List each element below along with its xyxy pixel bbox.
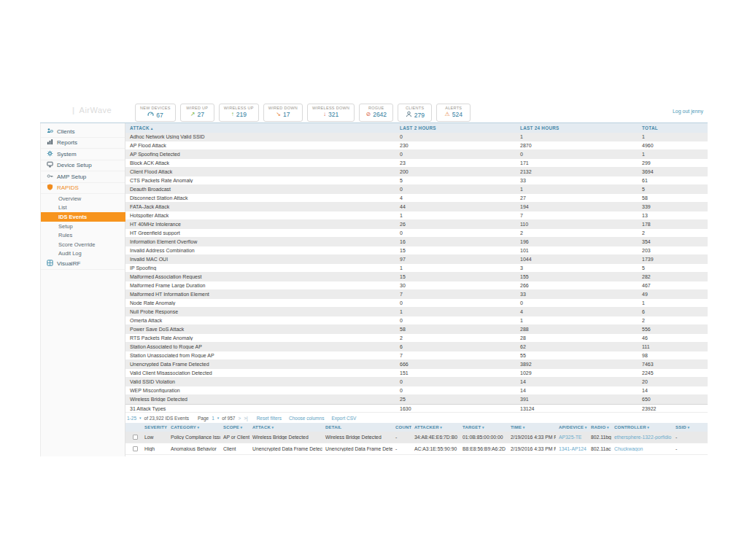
sidebar-item-amp-setup[interactable]: AMP Setup [41,171,125,183]
event-controller[interactable]: ethersphere-1322-porfidio [611,435,673,440]
action-link-reset-filters[interactable]: Reset filters [257,416,282,421]
chevron-down-icon[interactable]: ▾ [584,425,587,429]
attack-count: 5 [638,265,708,271]
chevron-down-icon[interactable]: ▾ [646,425,649,429]
logout-link[interactable]: Log out jenny [673,109,703,114]
attack-count: 16 [395,239,516,244]
attack-count: 2 [638,230,708,236]
amp-setup-icon [47,173,53,181]
sidebar-item-device-setup[interactable]: Device Setup [41,160,125,172]
row-checkbox[interactable] [133,435,138,440]
stat-box-wired-down[interactable]: WIRED DOWN↘17 [263,104,303,122]
action-link-export-csv[interactable]: Export CSV [331,416,356,421]
attack-count: 0 [516,300,638,306]
attack-row: Invalid Address Combination15101203 [125,246,708,255]
attack-count: 2132 [516,169,638,174]
events-col-scope[interactable]: SCOPE ▾ [220,425,249,429]
row-checkbox[interactable] [133,446,138,451]
attack-count: 15 [395,274,516,279]
summary-col-last-2-hours[interactable]: LAST 2 HOURS [395,125,516,131]
attack-count: 666 [395,362,516,367]
summary-table-body: Adhoc Network Using Valid SSID011AP Floo… [125,133,708,413]
events-col-attack[interactable]: ATTACK ▾ [249,425,322,429]
summary-col-total[interactable]: TOTAL [638,125,708,131]
sidebar-subitem-score-override[interactable]: Score Override [41,240,125,249]
attack-row: AP Spoofing Detected001 [125,150,708,159]
attack-row: Wireless Bridge Detected25391650 [125,395,708,404]
last-page-button[interactable]: >| [244,416,247,421]
chevron-down-icon[interactable]: ▾ [605,425,608,429]
sidebar-subitem-setup[interactable]: Setup [41,222,125,231]
sidebar-item-rapids[interactable]: RAPIDS [41,183,125,195]
stat-number: 524 [452,111,462,118]
attack-count: 3694 [638,169,708,174]
attack-count: 14 [638,388,708,393]
attack-name: Adhoc Network Using Valid SSID [125,134,395,139]
events-col-category[interactable]: CATEGORY ▾ [168,425,220,429]
sidebar-subitem-audit-log[interactable]: Audit Log [41,249,125,259]
stat-box-wireless-down[interactable]: WIRELESS DOWN↓321 [307,104,355,122]
chevron-down-icon[interactable]: ▾ [271,425,274,429]
gauge-icon [147,111,154,119]
sidebar-subitem-rules[interactable]: Rules [41,230,125,240]
events-col-ssid[interactable]: SSID ▾ [673,425,708,429]
events-col-detail[interactable]: DETAIL [322,425,392,429]
attack-count: 266 [516,283,638,288]
events-col-radio[interactable]: RADIO ▾ [588,425,611,429]
attack-count: 111 [638,344,708,349]
attack-count: 13 [638,213,708,218]
attack-count: 110 [516,222,638,227]
summary-col-attack[interactable]: ATTACK▴ [125,125,395,131]
chevron-down-icon[interactable]: ▾ [522,425,525,429]
event-ap-device[interactable]: AP325-TE [556,435,588,440]
page-label: Page [198,416,209,421]
events-col-controller[interactable]: CONTROLLER ▾ [611,425,673,429]
wireless-up-icon: ↑ [231,112,234,117]
event-radio: 802.11ac [588,446,611,451]
chevron-down-icon[interactable]: ▾ [686,425,689,429]
summary-col-last-24-hours[interactable]: LAST 24 HOURS [516,125,638,131]
event-attack: Unencrypted Data Frame Detected [249,446,322,451]
attack-name: Node Rate Anomaly [125,300,395,306]
sidebar-item-system[interactable]: System [41,149,125,160]
chevron-down-icon[interactable]: ▾ [239,425,242,429]
stat-box-alerts[interactable]: ALERTS⚠524 [436,104,471,122]
page-total-label: of 957 [222,416,235,421]
events-col-attacker[interactable]: ATTACKER ▾ [411,425,460,429]
rows-per-page-dropdown[interactable]: 1-25 [127,416,136,421]
events-col-severity[interactable]: SEVERITY ▾ [142,425,168,429]
attack-count: 27 [516,195,638,201]
attack-count: 0 [395,300,516,306]
events-col-ap-device[interactable]: AP/DEVICE ▾ [556,425,588,429]
sidebar-item-visualrf[interactable]: VisualRF [41,258,125,270]
attack-row: Information Element Overflow16196354 [125,238,708,246]
stat-box-wired-up[interactable]: WIRED UP↗27 [180,104,214,122]
events-col-count[interactable]: COUNT [392,425,411,429]
sidebar-subitem-overview[interactable]: Overview [41,194,125,203]
sidebar-item-clients[interactable]: Clients [41,126,125,138]
sidebar-subitem-ids-events[interactable]: IDS Events [41,212,125,222]
stat-value: 279 [403,111,427,119]
stat-box-new-devices[interactable]: NEW DEVICES67 [135,104,176,122]
chevron-down-icon[interactable]: ▾ [139,416,142,420]
clients-stat-icon [406,111,412,119]
page-number-dropdown[interactable]: 1 [212,416,214,421]
events-col-target[interactable]: TARGET ▾ [460,425,508,429]
chevron-down-icon[interactable]: ▾ [196,425,199,429]
action-link-choose-columns[interactable]: Choose columns [289,416,324,421]
events-col-time[interactable]: TIME ▾ [508,425,556,429]
attack-name: Null Probe Response [125,309,395,314]
sidebar-subitem-list[interactable]: List [41,203,125,213]
chevron-down-icon[interactable]: ▾ [481,425,484,429]
stat-box-clients[interactable]: CLIENTS279 [398,104,432,122]
stat-box-rogue[interactable]: ROGUE⊘2642 [359,104,393,122]
next-page-button[interactable]: > [238,416,241,421]
stat-box-wireless-up[interactable]: WIRELESS UP↑219 [219,104,259,122]
chevron-down-icon[interactable]: ▾ [217,416,220,420]
sidebar-item-reports[interactable]: Reports [41,138,125,149]
totals-count: 23922 [638,406,708,411]
event-ap-device[interactable]: 1341-AP124 [556,446,588,451]
attack-row: Valid Client Misassociation Detected1511… [125,369,708,378]
event-controller[interactable]: Chuckwagon [611,446,673,451]
chevron-down-icon[interactable]: ▾ [439,425,442,429]
